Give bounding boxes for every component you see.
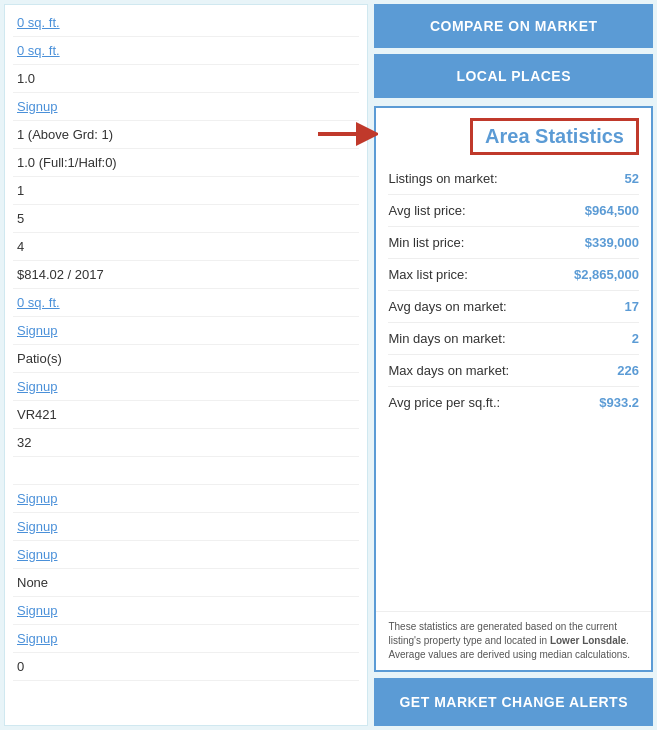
stat-value: 52 [625,171,639,186]
local-places-button[interactable]: LOCAL PLACES [374,54,653,98]
stat-label: Avg days on market: [388,299,506,314]
stat-label: Avg price per sq.ft.: [388,395,500,410]
stat-label: Min days on market: [388,331,505,346]
stat-value: $2,865,000 [574,267,639,282]
list-item[interactable]: Signup [13,513,359,541]
stats-note: These statistics are generated based on … [376,611,651,670]
stat-value: $933.2 [599,395,639,410]
stats-rows: Listings on market:52Avg list price:$964… [376,159,651,611]
get-market-change-alerts-button[interactable]: GET MARKET CHANGE ALERTS [374,678,653,726]
stat-value: $964,500 [585,203,639,218]
stat-row: Min days on market:2 [388,323,639,355]
list-item[interactable]: Signup [13,625,359,653]
list-item: 1.0 (Full:1/Half:0) [13,149,359,177]
stat-value: 226 [617,363,639,378]
list-item[interactable]: 0 sq. ft. [13,9,359,37]
area-statistics-box: Area Statistics Listings on market:52Avg… [374,106,653,672]
stat-label: Max list price: [388,267,467,282]
list-item[interactable]: Signup [13,317,359,345]
list-item: VR421 [13,401,359,429]
area-statistics-title: Area Statistics [470,118,639,155]
stat-value: 17 [625,299,639,314]
list-item: 1.0 [13,65,359,93]
stat-label: Listings on market: [388,171,497,186]
stat-value: $339,000 [585,235,639,250]
stat-label: Min list price: [388,235,464,250]
list-item: 0 [13,653,359,681]
list-item: $814.02 / 2017 [13,261,359,289]
list-item: 1 (Above Grd: 1) [13,121,359,149]
stat-row: Avg price per sq.ft.:$933.2 [388,387,639,418]
list-item: None [13,569,359,597]
stat-label: Avg list price: [388,203,465,218]
stat-row: Max list price:$2,865,000 [388,259,639,291]
list-item[interactable]: 0 sq. ft. [13,37,359,65]
stat-row: Avg list price:$964,500 [388,195,639,227]
right-column: COMPARE ON MARKET LOCAL PLACES Area Stat [368,4,653,726]
compare-on-market-button[interactable]: COMPARE ON MARKET [374,4,653,48]
list-item[interactable]: Signup [13,541,359,569]
list-item: 4 [13,233,359,261]
stat-row: Avg days on market:17 [388,291,639,323]
stat-row: Max days on market:226 [388,355,639,387]
list-item: 1 [13,177,359,205]
list-item[interactable]: Signup [13,373,359,401]
list-item[interactable]: Signup [13,485,359,513]
list-item [13,457,359,485]
list-item: 32 [13,429,359,457]
stat-value: 2 [632,331,639,346]
list-item: 5 [13,205,359,233]
list-item[interactable]: Signup [13,93,359,121]
list-item[interactable]: 0 sq. ft. [13,289,359,317]
stat-row: Min list price:$339,000 [388,227,639,259]
stat-label: Max days on market: [388,363,509,378]
list-item: Patio(s) [13,345,359,373]
stat-row: Listings on market:52 [388,163,639,195]
left-column: 0 sq. ft.0 sq. ft.1.0Signup1 (Above Grd:… [4,4,368,726]
list-item[interactable]: Signup [13,597,359,625]
